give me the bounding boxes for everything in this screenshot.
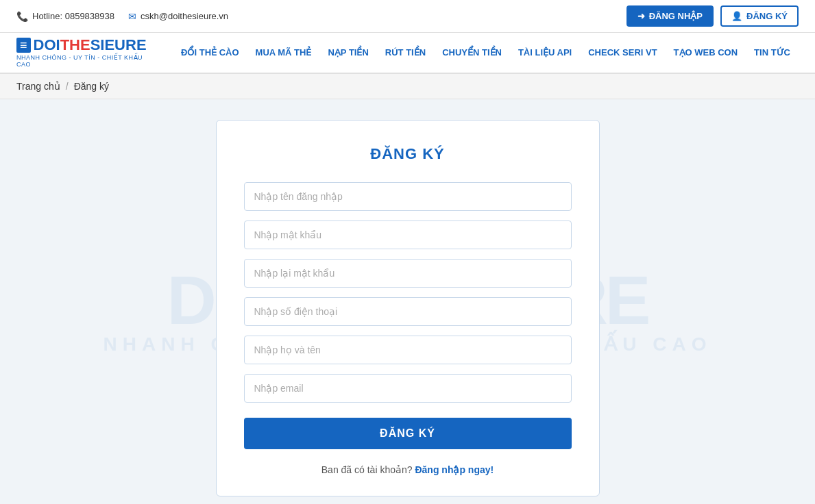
nav-item-rut-tien[interactable]: RÚT TIỀN bbox=[377, 32, 434, 73]
phone-input[interactable] bbox=[244, 297, 572, 326]
register-card: ĐĂNG KÝ ĐĂNG KÝ Ban đã có tài khoản? Đăn… bbox=[216, 120, 600, 496]
register-title: ĐĂNG KÝ bbox=[244, 145, 572, 163]
nav-item-tao-web-con[interactable]: TẠO WEB CON bbox=[666, 32, 746, 73]
username-group bbox=[244, 182, 572, 211]
nav-item-tai-lieu-api[interactable]: TÀI LIỆU API bbox=[510, 32, 580, 73]
hotline-contact: 📞 Hotline: 0859838938 bbox=[16, 11, 114, 22]
main-content: DOITHESIEURE NHANH CHÓNG · UY TÍN · CHIẾ… bbox=[0, 99, 815, 504]
nav-links: ĐỔI THẺ CÀO MUA MÃ THẺ NẠP TIỀN RÚT TIỀN… bbox=[173, 32, 799, 73]
email-group bbox=[244, 374, 572, 403]
logo-sieure: SIEURE bbox=[90, 38, 147, 53]
login-link-row: Ban đã có tài khoản? Đăng nhập ngay! bbox=[244, 464, 572, 475]
login-arrow-icon: ➜ bbox=[637, 11, 645, 21]
register-top-button-label: ĐĂNG KÝ bbox=[746, 11, 788, 21]
confirm-password-input[interactable] bbox=[244, 259, 572, 288]
login-link[interactable]: Đăng nhập ngay! bbox=[415, 464, 494, 475]
nav-item-check-seri-vt[interactable]: CHECK SERI VT bbox=[580, 32, 665, 73]
nav-item-doi-the-cao[interactable]: ĐỔI THẺ CÀO bbox=[173, 32, 247, 73]
breadcrumb-home[interactable]: Trang chủ bbox=[16, 81, 60, 92]
nav-item-mua-ma-the[interactable]: MUA MÃ THẺ bbox=[247, 32, 320, 73]
user-icon: 👤 bbox=[731, 11, 742, 21]
nav-item-chuyen-tien[interactable]: CHUYỂN TIỀN bbox=[434, 32, 510, 73]
register-top-button[interactable]: 👤 ĐĂNG KÝ bbox=[720, 5, 799, 27]
nav-item-tin-tuc[interactable]: TIN TỨC bbox=[746, 32, 799, 73]
logo-link[interactable]: ≡ DOI THE SIEURE NHANH CHÓNG - UY TÍN - … bbox=[16, 38, 152, 68]
logo-icon: ≡ bbox=[16, 38, 31, 53]
logo-main: ≡ DOI THE SIEURE bbox=[16, 38, 152, 53]
submit-button[interactable]: ĐĂNG KÝ bbox=[244, 418, 572, 449]
have-account-text: Ban đã có tài khoản? bbox=[321, 464, 413, 475]
nav-bar: ≡ DOI THE SIEURE NHANH CHÓNG - UY TÍN - … bbox=[0, 33, 815, 74]
top-bar-actions: ➜ ĐĂNG NHẬP 👤 ĐĂNG KÝ bbox=[627, 5, 799, 27]
breadcrumb: Trang chủ / Đăng ký bbox=[0, 74, 815, 99]
login-button-label: ĐĂNG NHẬP bbox=[649, 11, 703, 21]
fullname-group bbox=[244, 336, 572, 364]
email-text: cskh@doithesieure.vn bbox=[141, 11, 228, 21]
hotline-text: Hotline: 0859838938 bbox=[32, 11, 114, 21]
logo-the: THE bbox=[60, 38, 90, 53]
username-input[interactable] bbox=[244, 182, 572, 211]
confirm-password-group bbox=[244, 259, 572, 288]
logo-sub: NHANH CHÓNG - UY TÍN - CHIẾT KHẤU CAO bbox=[16, 54, 152, 68]
password-group bbox=[244, 220, 572, 249]
login-button[interactable]: ➜ ĐĂNG NHẬP bbox=[627, 5, 714, 27]
nav-item-nap-tien[interactable]: NẠP TIỀN bbox=[319, 32, 376, 73]
breadcrumb-current: Đăng ký bbox=[74, 81, 109, 92]
email-icon: ✉ bbox=[128, 11, 136, 22]
top-bar: 📞 Hotline: 0859838938 ✉ cskh@doithesieur… bbox=[0, 0, 815, 33]
breadcrumb-separator: / bbox=[66, 81, 69, 92]
logo-doi: DOI bbox=[34, 38, 60, 53]
password-input[interactable] bbox=[244, 220, 572, 249]
email-input[interactable] bbox=[244, 374, 572, 403]
phone-group bbox=[244, 297, 572, 326]
email-contact: ✉ cskh@doithesieure.vn bbox=[128, 11, 228, 22]
fullname-input[interactable] bbox=[244, 336, 572, 364]
phone-icon: 📞 bbox=[16, 11, 28, 22]
top-bar-contacts: 📞 Hotline: 0859838938 ✉ cskh@doithesieur… bbox=[16, 11, 228, 22]
